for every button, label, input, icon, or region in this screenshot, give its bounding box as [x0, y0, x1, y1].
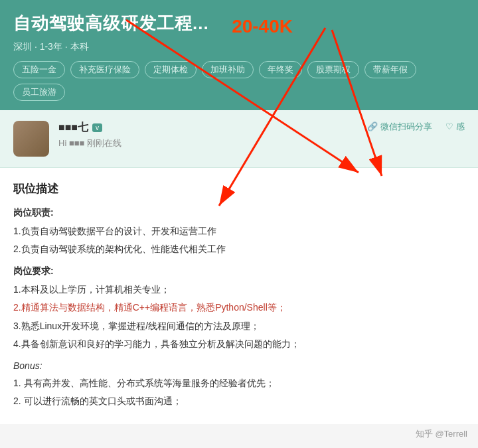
bonus-label: Bonus:	[13, 360, 465, 371]
benefit-tag: 股票期权	[307, 61, 359, 78]
bonus-item: 2. 可以进行流畅的英文口头或书面沟通；	[13, 393, 465, 410]
verified-badge: v	[92, 123, 102, 132]
benefit-tag: 五险一金	[13, 61, 65, 78]
salary: 20-40K	[232, 16, 293, 37]
responsibilities-label: 岗位职责:	[13, 207, 465, 219]
responsibility-item: 2.负责自动驾驶系统的架构优化、性能迭代相关工作	[13, 241, 465, 258]
benefits-tags: 五险一金补充医疗保险定期体检加班补助年终奖股票期权带薪年假员工旅游	[13, 61, 465, 101]
benefit-tag: 定期体检	[145, 61, 197, 78]
like-label: 感	[456, 121, 465, 133]
header-actions: 🔗 微信扫码分享 ♡ 感	[367, 121, 465, 133]
requirement-item: 4.具备创新意识和良好的学习能力，具备独立分析及解决问题的能力；	[13, 336, 465, 352]
section-title: 职位描述	[13, 181, 465, 196]
benefit-tag: 员工旅游	[13, 84, 65, 101]
job-description: 职位描述 岗位职责: 1.负责自动驾驶数据平台的设计、开发和运营工作2.负责自动…	[0, 168, 478, 425]
company-status: Hi ■■■ 刚刚在线	[58, 137, 367, 149]
requirement-item: 3.熟悉Linux开发环境，掌握进程/线程间通信的方法及原理；	[13, 318, 465, 335]
like-action[interactable]: ♡ 感	[445, 121, 465, 133]
benefit-tag: 年终奖	[259, 61, 302, 78]
avatar	[13, 121, 49, 157]
share-label: 微信扫码分享	[380, 121, 432, 133]
job-meta: 深圳 · 1-3年 · 本科	[13, 41, 465, 53]
job-title: 自动驾驶高级研发工程...	[13, 12, 209, 35]
company-info: ■■■七 v Hi ■■■ 刚刚在线	[58, 121, 367, 149]
page-wrapper: 自动驾驶高级研发工程... 20-40K 深圳 · 1-3年 · 本科 五险一金…	[0, 0, 478, 424]
benefit-tag: 加班补助	[202, 61, 254, 78]
benefit-tag: 补充医疗保险	[70, 61, 139, 78]
benefit-tag: 带薪年假	[364, 61, 416, 78]
requirement-item: 2.精通算法与数据结构，精通C++编程语言，熟悉Python/Shell等；	[13, 299, 465, 316]
company-name-row: ■■■七 v	[58, 121, 367, 135]
company-name: ■■■七	[58, 121, 88, 135]
requirements-label: 岗位要求:	[13, 265, 465, 277]
watermark: 知乎 @Terrell	[416, 428, 467, 440]
requirements-block: 岗位要求: 1.本科及以上学历，计算机相关专业；2.精通算法与数据结构，精通C+…	[13, 265, 465, 352]
company-section: ■■■七 v Hi ■■■ 刚刚在线 🔗 微信扫码分享 ♡ 感	[0, 110, 478, 168]
responsibility-item: 1.负责自动驾驶数据平台的设计、开发和运营工作	[13, 223, 465, 240]
responsibilities-block: 岗位职责: 1.负责自动驾驶数据平台的设计、开发和运营工作2.负责自动驾驶系统的…	[13, 207, 465, 258]
bonus-item: 1. 具有高并发、高性能、分布式系统等海量服务的经验者优先；	[13, 375, 465, 392]
share-icon: 🔗	[367, 121, 378, 131]
like-icon: ♡	[445, 121, 453, 131]
share-action[interactable]: 🔗 微信扫码分享	[367, 121, 432, 133]
requirement-item: 1.本科及以上学历，计算机相关专业；	[13, 281, 465, 298]
job-header: 自动驾驶高级研发工程... 20-40K 深圳 · 1-3年 · 本科 五险一金…	[0, 0, 478, 110]
